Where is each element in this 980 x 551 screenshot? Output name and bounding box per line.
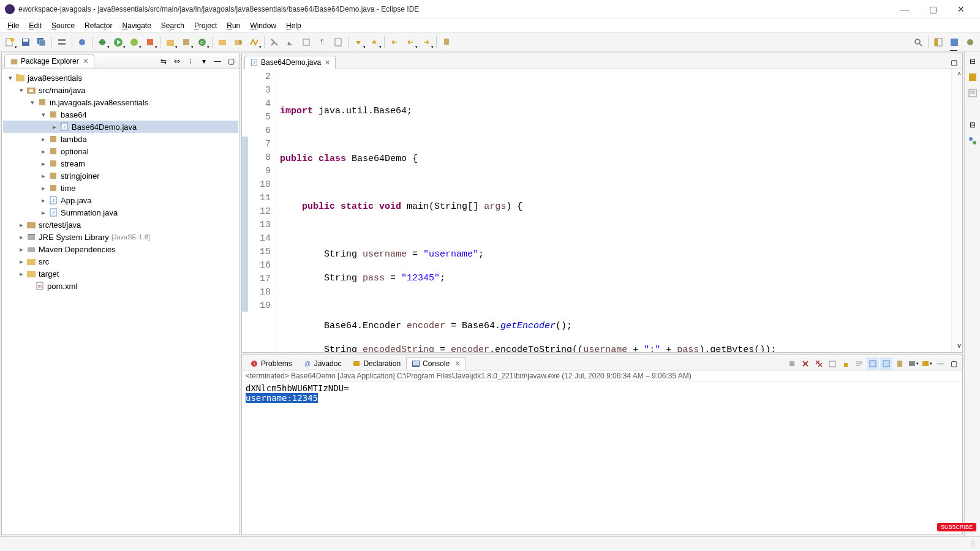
console-new-button[interactable]: ▾ — [921, 358, 933, 370]
new-package-button[interactable]: ▾ — [179, 35, 194, 50]
edit-button[interactable] — [283, 35, 298, 50]
debug-perspective-button[interactable] — [963, 35, 978, 50]
save-all-button[interactable] — [34, 35, 49, 50]
overview-ruler[interactable]: ^ v — [951, 69, 962, 352]
tab-console[interactable]: Console✕ — [406, 357, 466, 370]
menu-run[interactable]: Run — [222, 20, 245, 32]
tree-base64[interactable]: ▾base64 — [3, 108, 238, 121]
quick-access-button[interactable] — [911, 35, 925, 50]
console-word-wrap-button[interactable] — [853, 358, 865, 370]
debug-button[interactable]: ▾ — [95, 35, 110, 50]
marker-bar[interactable] — [242, 69, 248, 352]
console-show-std-err-button[interactable] — [880, 358, 892, 370]
line-gutter[interactable]: 2 3 4 5 6 7 8 9 10 11 12 13 14 15 16 17 — [248, 69, 276, 352]
run-button[interactable]: ▾ — [111, 35, 126, 50]
forward-button[interactable]: ▾ — [419, 35, 434, 50]
toggle-breadcrumb-button[interactable] — [55, 35, 69, 50]
menu-help[interactable]: Help — [281, 20, 306, 32]
console-maximize-button[interactable]: ▢ — [948, 358, 960, 370]
console-minimize-button[interactable]: — — [934, 358, 946, 370]
search-button[interactable]: ▾ — [247, 35, 262, 50]
open-perspective-button[interactable] — [931, 35, 946, 50]
code-editor[interactable]: 2 3 4 5 6 7 8 9 10 11 12 13 14 15 16 17 — [242, 69, 962, 352]
menu-source[interactable]: Source — [47, 20, 80, 32]
tree-app[interactable]: ▸JApp.java — [3, 194, 238, 206]
console-tab-close[interactable]: ✕ — [454, 359, 461, 368]
tree-lambda[interactable]: ▸lambda — [3, 133, 238, 145]
scroll-up-icon[interactable]: ^ — [957, 72, 961, 78]
tree-time[interactable]: ▸time — [3, 182, 238, 194]
explorer-tab[interactable]: Package Explorer ✕ — [4, 54, 94, 67]
task-list-icon[interactable] — [967, 71, 979, 83]
menu-project[interactable]: Project — [189, 20, 222, 32]
toggle-block-button[interactable] — [299, 35, 314, 50]
tree-pkg[interactable]: ▾in.javagoals.java8essentials — [3, 96, 238, 108]
tree-target[interactable]: ▸target — [3, 268, 238, 280]
tree-srctest[interactable]: ▸src/test/java — [3, 219, 238, 231]
tree-pom[interactable]: mpom.xml — [3, 280, 238, 292]
skip-breakpoints-button[interactable] — [75, 35, 89, 50]
subscribe-badge[interactable]: SUBSCRIBE — [937, 523, 976, 531]
tab-problems[interactable]: !Problems — [244, 357, 298, 370]
tree-summation[interactable]: ▸JSummation.java — [3, 206, 238, 219]
pin-button[interactable] — [439, 35, 454, 50]
console-clear-button[interactable] — [826, 358, 839, 370]
back-button[interactable]: ▾ — [403, 35, 418, 50]
filter-button[interactable]: ⁝ — [184, 55, 197, 67]
console-scroll-lock-button[interactable] — [840, 358, 852, 370]
tree-optional[interactable]: ▸optional — [3, 145, 238, 157]
restore-button[interactable]: ⊟ — [967, 55, 979, 67]
console-display-button[interactable]: ▾ — [907, 358, 919, 370]
tree-srcfolder[interactable]: ▸src — [3, 255, 238, 268]
prev-annotation-button[interactable]: ▾ — [367, 35, 382, 50]
tree-file-base64demo[interactable]: ▸JBase64Demo.java — [3, 121, 238, 133]
console-remove-button[interactable] — [799, 358, 812, 370]
minimize-view-button[interactable]: — — [211, 55, 224, 67]
minimize-button[interactable]: — — [891, 0, 919, 18]
java-perspective-button[interactable] — [947, 35, 962, 50]
tree-jre[interactable]: ▸JRE System Library[JavaSE-1.8] — [3, 231, 238, 243]
tree-maven[interactable]: ▸Maven Dependencies — [3, 243, 238, 255]
editor-tab-base64demo[interactable]: J Base64Demo.java ✕ — [244, 56, 336, 69]
run-last-button[interactable]: ▾ — [143, 35, 157, 50]
scroll-down-icon[interactable]: v — [957, 343, 961, 350]
editor-tab-close[interactable]: ✕ — [325, 59, 330, 67]
open-type-button[interactable] — [215, 35, 230, 50]
link-editor-button[interactable]: ⇔ — [171, 55, 183, 67]
type-hierarchy-icon[interactable] — [967, 135, 979, 147]
new-java-project-button[interactable]: ▾ — [163, 35, 178, 50]
coverage-button[interactable]: ▾ — [127, 35, 141, 50]
package-tree[interactable]: ▾java8essentials ▾src/main/java ▾in.java… — [2, 69, 239, 534]
tree-project[interactable]: ▾java8essentials — [3, 72, 238, 84]
menu-window[interactable]: Window — [245, 20, 281, 32]
show-whitespace-button[interactable]: ¶ — [315, 35, 330, 50]
toggle-mark-button[interactable] — [267, 35, 282, 50]
maximize-view-button[interactable]: ▢ — [225, 55, 237, 67]
console-remove-all-button[interactable] — [813, 358, 825, 370]
close-button[interactable]: ✕ — [947, 0, 975, 18]
next-annotation-button[interactable]: ▾ — [351, 35, 366, 50]
tree-stringjoiner[interactable]: ▸stringjoiner — [3, 170, 238, 182]
console-pin-button[interactable] — [894, 358, 906, 370]
console-show-std-out-button[interactable] — [867, 358, 879, 370]
tab-javadoc[interactable]: @Javadoc — [298, 357, 347, 370]
menu-file[interactable]: File — [2, 20, 24, 32]
save-button[interactable] — [18, 35, 33, 50]
new-button[interactable]: ▾ — [2, 35, 17, 50]
minimize-trim-button[interactable]: ⊟ — [967, 119, 979, 131]
menu-navigate[interactable]: Navigate — [117, 20, 156, 32]
console-terminate-button[interactable] — [786, 358, 798, 370]
code-content[interactable]: import java.util.Base64; public class Ba… — [276, 69, 962, 352]
menu-search[interactable]: Search — [156, 20, 189, 32]
collapse-all-button[interactable]: ⇆ — [157, 55, 170, 67]
tab-declaration[interactable]: Declaration — [347, 357, 406, 370]
menu-refactor[interactable]: Refactor — [80, 20, 117, 32]
console-output[interactable]: dXNlcm5hbWU6MTIzNDU= username:12345 — [242, 382, 962, 534]
tree-srcmain[interactable]: ▾src/main/java — [3, 84, 238, 96]
editor-maximize-button[interactable]: ▢ — [948, 56, 960, 69]
maximize-button[interactable]: ▢ — [919, 0, 947, 18]
menu-edit[interactable]: Edit — [24, 20, 47, 32]
new-class-button[interactable]: C▾ — [195, 35, 209, 50]
status-drag-handle[interactable]: ⣿ — [970, 540, 975, 548]
tree-stream[interactable]: ▸stream — [3, 157, 238, 170]
